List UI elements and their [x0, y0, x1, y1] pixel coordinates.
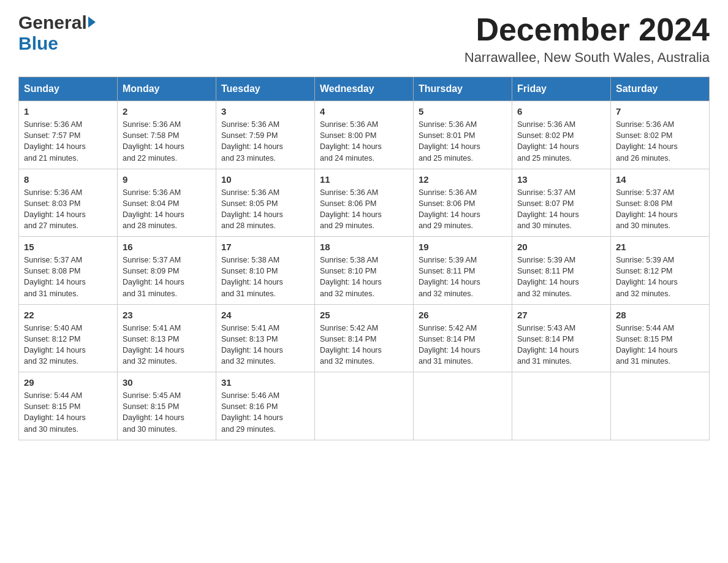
day-cell: 2Sunrise: 5:36 AMSunset: 7:58 PMDaylight…	[118, 101, 216, 169]
logo-general-text: General	[18, 12, 87, 33]
empty-cell	[611, 372, 710, 440]
day-cell: 11Sunrise: 5:36 AMSunset: 8:06 PMDayligh…	[315, 169, 414, 237]
day-info: Sunrise: 5:39 AMSunset: 8:11 PMDaylight:…	[419, 255, 507, 299]
day-cell: 13Sunrise: 5:37 AMSunset: 8:07 PMDayligh…	[512, 169, 611, 237]
day-info: Sunrise: 5:36 AMSunset: 8:05 PMDaylight:…	[221, 187, 309, 232]
day-cell: 9Sunrise: 5:36 AMSunset: 8:04 PMDaylight…	[118, 169, 216, 237]
day-number: 28	[616, 310, 704, 320]
day-info: Sunrise: 5:42 AMSunset: 8:14 PMDaylight:…	[320, 323, 408, 367]
day-info: Sunrise: 5:38 AMSunset: 8:10 PMDaylight:…	[320, 255, 408, 299]
weekday-header-monday: Monday	[118, 77, 216, 101]
day-number: 7	[616, 106, 704, 117]
day-cell: 5Sunrise: 5:36 AMSunset: 8:01 PMDaylight…	[414, 101, 512, 169]
day-number: 24	[221, 310, 309, 320]
weekday-header-wednesday: Wednesday	[315, 77, 414, 101]
day-cell: 18Sunrise: 5:38 AMSunset: 8:10 PMDayligh…	[315, 237, 414, 305]
day-cell: 3Sunrise: 5:36 AMSunset: 7:59 PMDaylight…	[216, 101, 315, 169]
day-cell: 19Sunrise: 5:39 AMSunset: 8:11 PMDayligh…	[414, 237, 512, 305]
logo-blue-text: Blue	[18, 33, 58, 54]
calendar-row: 1Sunrise: 5:36 AMSunset: 7:57 PMDaylight…	[19, 101, 710, 169]
day-number: 2	[123, 106, 211, 117]
day-number: 20	[517, 242, 605, 252]
day-number: 1	[24, 106, 112, 117]
weekday-header-friday: Friday	[512, 77, 611, 101]
day-number: 26	[419, 310, 507, 320]
day-number: 21	[616, 242, 704, 252]
day-cell: 4Sunrise: 5:36 AMSunset: 8:00 PMDaylight…	[315, 101, 414, 169]
day-info: Sunrise: 5:36 AMSunset: 8:01 PMDaylight:…	[419, 119, 507, 164]
day-number: 25	[320, 310, 408, 320]
day-number: 3	[221, 106, 309, 117]
day-number: 4	[320, 106, 408, 117]
day-cell: 10Sunrise: 5:36 AMSunset: 8:05 PMDayligh…	[216, 169, 315, 237]
day-cell: 14Sunrise: 5:37 AMSunset: 8:08 PMDayligh…	[611, 169, 710, 237]
day-number: 14	[616, 174, 704, 185]
day-info: Sunrise: 5:36 AMSunset: 7:57 PMDaylight:…	[24, 119, 112, 164]
day-number: 29	[24, 377, 112, 388]
day-info: Sunrise: 5:46 AMSunset: 8:16 PMDaylight:…	[221, 390, 309, 435]
day-info: Sunrise: 5:36 AMSunset: 8:03 PMDaylight:…	[24, 187, 112, 232]
day-number: 10	[221, 174, 309, 185]
day-cell: 30Sunrise: 5:45 AMSunset: 8:15 PMDayligh…	[118, 372, 216, 440]
logo-arrow-icon	[88, 17, 96, 28]
day-cell: 23Sunrise: 5:41 AMSunset: 8:13 PMDayligh…	[118, 304, 216, 372]
empty-cell	[512, 372, 611, 440]
day-number: 5	[419, 106, 507, 117]
day-info: Sunrise: 5:36 AMSunset: 7:59 PMDaylight:…	[221, 119, 309, 164]
day-number: 22	[24, 310, 112, 320]
day-info: Sunrise: 5:36 AMSunset: 8:06 PMDaylight:…	[419, 187, 507, 232]
day-info: Sunrise: 5:37 AMSunset: 8:07 PMDaylight:…	[517, 187, 605, 232]
weekday-header-thursday: Thursday	[414, 77, 512, 101]
day-cell: 31Sunrise: 5:46 AMSunset: 8:16 PMDayligh…	[216, 372, 315, 440]
page-header: General Blue December 2024 Narrawallee, …	[18, 12, 710, 66]
calendar-row: 29Sunrise: 5:44 AMSunset: 8:15 PMDayligh…	[19, 372, 710, 440]
day-info: Sunrise: 5:36 AMSunset: 8:04 PMDaylight:…	[123, 187, 211, 232]
day-cell: 25Sunrise: 5:42 AMSunset: 8:14 PMDayligh…	[315, 304, 414, 372]
day-number: 8	[24, 174, 112, 185]
day-number: 16	[123, 242, 211, 252]
day-number: 17	[221, 242, 309, 252]
day-number: 30	[123, 377, 211, 388]
day-cell: 27Sunrise: 5:43 AMSunset: 8:14 PMDayligh…	[512, 304, 611, 372]
day-info: Sunrise: 5:41 AMSunset: 8:13 PMDaylight:…	[123, 323, 211, 367]
day-info: Sunrise: 5:43 AMSunset: 8:14 PMDaylight:…	[517, 323, 605, 367]
day-number: 19	[419, 242, 507, 252]
day-number: 15	[24, 242, 112, 252]
day-number: 27	[517, 310, 605, 320]
day-cell: 22Sunrise: 5:40 AMSunset: 8:12 PMDayligh…	[19, 304, 118, 372]
day-info: Sunrise: 5:38 AMSunset: 8:10 PMDaylight:…	[221, 255, 309, 299]
day-cell: 20Sunrise: 5:39 AMSunset: 8:11 PMDayligh…	[512, 237, 611, 305]
day-cell: 6Sunrise: 5:36 AMSunset: 8:02 PMDaylight…	[512, 101, 611, 169]
day-info: Sunrise: 5:37 AMSunset: 8:08 PMDaylight:…	[616, 187, 704, 232]
day-cell: 26Sunrise: 5:42 AMSunset: 8:14 PMDayligh…	[414, 304, 512, 372]
day-cell: 24Sunrise: 5:41 AMSunset: 8:13 PMDayligh…	[216, 304, 315, 372]
day-info: Sunrise: 5:41 AMSunset: 8:13 PMDaylight:…	[221, 323, 309, 367]
day-cell: 28Sunrise: 5:44 AMSunset: 8:15 PMDayligh…	[611, 304, 710, 372]
day-info: Sunrise: 5:44 AMSunset: 8:15 PMDaylight:…	[616, 323, 704, 367]
day-info: Sunrise: 5:36 AMSunset: 8:00 PMDaylight:…	[320, 119, 408, 164]
day-info: Sunrise: 5:39 AMSunset: 8:11 PMDaylight:…	[517, 255, 605, 299]
day-info: Sunrise: 5:36 AMSunset: 8:02 PMDaylight:…	[616, 119, 704, 164]
day-cell: 15Sunrise: 5:37 AMSunset: 8:08 PMDayligh…	[19, 237, 118, 305]
weekday-header-tuesday: Tuesday	[216, 77, 315, 101]
empty-cell	[414, 372, 512, 440]
day-cell: 21Sunrise: 5:39 AMSunset: 8:12 PMDayligh…	[611, 237, 710, 305]
day-cell: 7Sunrise: 5:36 AMSunset: 8:02 PMDaylight…	[611, 101, 710, 169]
calendar-header: SundayMondayTuesdayWednesdayThursdayFrid…	[19, 77, 710, 101]
calendar-table: SundayMondayTuesdayWednesdayThursdayFrid…	[18, 77, 710, 440]
calendar-row: 15Sunrise: 5:37 AMSunset: 8:08 PMDayligh…	[19, 237, 710, 305]
day-cell: 1Sunrise: 5:36 AMSunset: 7:57 PMDaylight…	[19, 101, 118, 169]
weekday-header-row: SundayMondayTuesdayWednesdayThursdayFrid…	[19, 77, 710, 101]
day-info: Sunrise: 5:39 AMSunset: 8:12 PMDaylight:…	[616, 255, 704, 299]
day-info: Sunrise: 5:40 AMSunset: 8:12 PMDaylight:…	[24, 323, 112, 367]
day-cell: 8Sunrise: 5:36 AMSunset: 8:03 PMDaylight…	[19, 169, 118, 237]
logo: General Blue	[18, 12, 96, 54]
day-info: Sunrise: 5:36 AMSunset: 8:02 PMDaylight:…	[517, 119, 605, 164]
day-info: Sunrise: 5:36 AMSunset: 8:06 PMDaylight:…	[320, 187, 408, 232]
title-section: December 2024 Narrawallee, New South Wal…	[464, 12, 710, 66]
weekday-header-saturday: Saturday	[611, 77, 710, 101]
day-info: Sunrise: 5:37 AMSunset: 8:08 PMDaylight:…	[24, 255, 112, 299]
calendar-body: 1Sunrise: 5:36 AMSunset: 7:57 PMDaylight…	[19, 101, 710, 440]
day-number: 18	[320, 242, 408, 252]
day-cell: 12Sunrise: 5:36 AMSunset: 8:06 PMDayligh…	[414, 169, 512, 237]
